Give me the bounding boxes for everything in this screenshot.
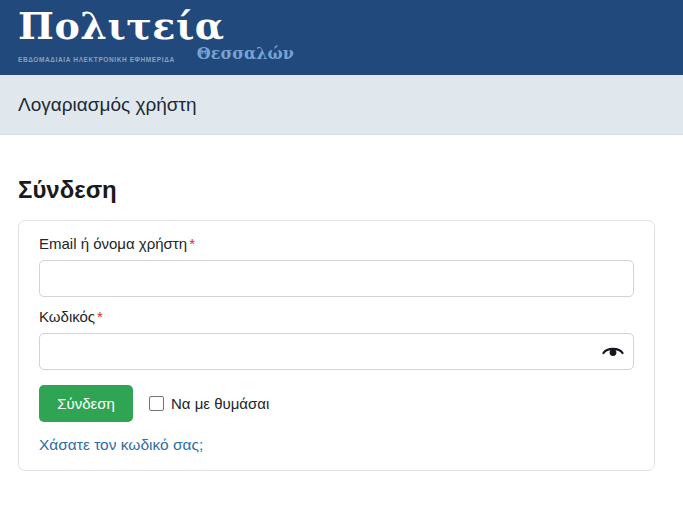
page-title: Λογαριασμός χρήστη (18, 94, 197, 116)
remember-me[interactable]: Να με θυμάσαι (149, 395, 269, 412)
required-marker: * (97, 308, 103, 325)
remember-me-label: Να με θυμάσαι (171, 395, 269, 412)
required-marker: * (189, 235, 195, 252)
logo-tagline: ΕΒΔΟΜΑΔΙΑΙΑ ΗΛΕΚΤΡΟΝΙΚΗ ΕΦΗΜΕΡΙΔΑ (18, 56, 175, 63)
password-field-wrap (39, 333, 634, 370)
password-input[interactable] (39, 333, 634, 370)
logo-region: Θεσσαλών (197, 44, 294, 63)
remember-me-checkbox[interactable] (149, 396, 164, 411)
email-field-wrap (39, 260, 634, 297)
email-label: Email ή όνομα χρήστη* (39, 235, 634, 252)
main-content: Σύνδεση Email ή όνομα χρήστη* Κωδικός* (0, 176, 683, 471)
site-header: Πολιτεία ΕΒΔΟΜΑΔΙΑΙΑ ΗΛΕΚΤΡΟΝΙΚΗ ΕΦΗΜΕΡΙ… (0, 0, 683, 75)
login-submit-button[interactable]: Σύνδεση (39, 385, 133, 422)
logo-title: Πολιτεία (18, 4, 294, 48)
email-label-text: Email ή όνομα χρήστη (39, 235, 187, 252)
eye-icon (602, 345, 624, 359)
email-input[interactable] (39, 260, 634, 297)
password-label-text: Κωδικός (39, 308, 95, 325)
page-title-bar: Λογαριασμός χρήστη (0, 75, 683, 135)
login-form-card: Email ή όνομα χρήστη* Κωδικός* Σύνδεση (18, 220, 655, 471)
login-heading: Σύνδεση (18, 176, 665, 204)
site-logo[interactable]: Πολιτεία ΕΒΔΟΜΑΔΙΑΙΑ ΗΛΕΚΤΡΟΝΙΚΗ ΕΦΗΜΕΡΙ… (18, 4, 294, 66)
form-actions-row: Σύνδεση Να με θυμάσαι (39, 385, 634, 422)
forgot-password-link[interactable]: Χάσατε τον κωδικό σας; (39, 436, 203, 454)
password-label: Κωδικός* (39, 308, 634, 325)
password-visibility-toggle[interactable] (601, 342, 625, 362)
logo-subline: ΕΒΔΟΜΑΔΙΑΙΑ ΗΛΕΚΤΡΟΝΙΚΗ ΕΦΗΜΕΡΙΔΑ Θεσσαλ… (18, 47, 294, 66)
